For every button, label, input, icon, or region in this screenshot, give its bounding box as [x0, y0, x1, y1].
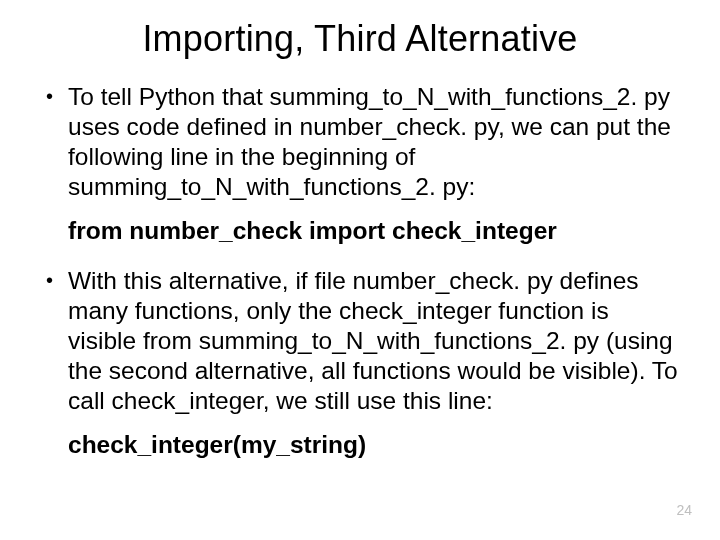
slide-title: Importing, Third Alternative: [40, 18, 680, 60]
code-import-line: from number_check import check_integer: [68, 216, 680, 247]
bullet-list: To tell Python that summing_to_N_with_fu…: [40, 82, 680, 202]
bullet-list: With this alternative, if file number_ch…: [40, 266, 680, 415]
slide: Importing, Third Alternative To tell Pyt…: [0, 0, 720, 540]
code-call-line: check_integer(my_string): [68, 430, 680, 461]
bullet-item: To tell Python that summing_to_N_with_fu…: [40, 82, 680, 202]
bullet-item: With this alternative, if file number_ch…: [40, 266, 680, 415]
page-number: 24: [676, 502, 692, 518]
